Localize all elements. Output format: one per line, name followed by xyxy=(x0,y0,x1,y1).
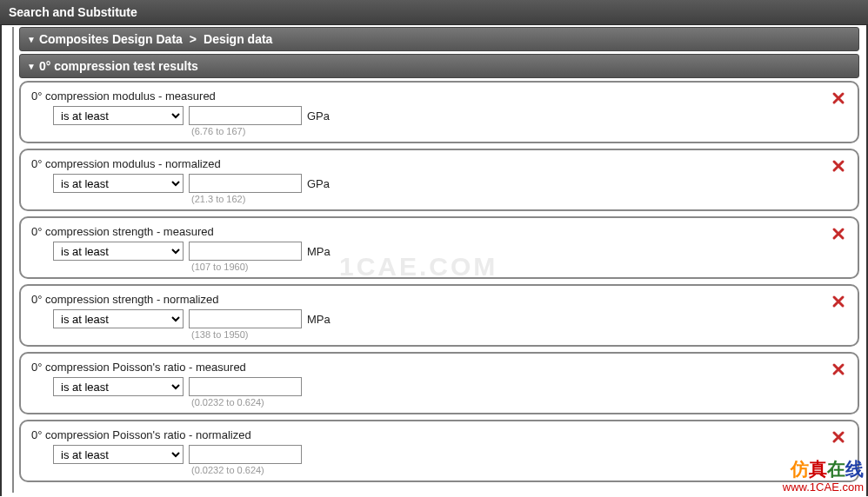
criterion-controls: is at least GPa xyxy=(31,174,847,193)
remove-button[interactable] xyxy=(831,227,845,241)
inner-wrap: ▼ Composites Design Data > Design data ▼… xyxy=(12,27,859,493)
range-hint: (0.0232 to 0.624) xyxy=(31,397,847,408)
criterion-row: 0° compression strength - normalized is … xyxy=(19,284,859,347)
window-title-bar: Search and Substitute xyxy=(0,0,868,25)
collapse-icon: ▼ xyxy=(27,62,36,71)
value-input[interactable] xyxy=(189,377,302,396)
criterion-label: 0° compression strength - normalized xyxy=(31,293,847,306)
breadcrumb-header[interactable]: ▼ Composites Design Data > Design data xyxy=(19,27,859,51)
range-hint: (138 to 1950) xyxy=(31,329,847,340)
range-hint: (0.0232 to 0.624) xyxy=(31,465,847,475)
credit-url: www.1CAE.com xyxy=(783,480,864,494)
operator-select[interactable]: is at least xyxy=(53,309,184,328)
breadcrumb-separator: > xyxy=(186,32,200,46)
breadcrumb-part-1: Composites Design Data xyxy=(39,32,183,46)
subsection-header[interactable]: ▼ 0° compression test results xyxy=(19,54,859,78)
criterion-label: 0° compression Poisson's ratio - measure… xyxy=(31,361,847,374)
subsection-title: 0° compression test results xyxy=(39,59,198,73)
operator-select[interactable]: is at least xyxy=(53,174,184,193)
criterion-label: 0° compression strength - measured xyxy=(31,225,847,238)
range-hint: (107 to 1960) xyxy=(31,262,847,272)
operator-select[interactable]: is at least xyxy=(53,106,184,125)
criterion-row: 0° compression Poisson's ratio - normali… xyxy=(19,420,859,482)
criterion-row: 0° compression Poisson's ratio - measure… xyxy=(19,352,859,414)
value-input[interactable] xyxy=(189,309,302,328)
criteria-container: 0° compression modulus - measured is at … xyxy=(19,81,859,482)
close-icon xyxy=(831,227,845,241)
close-icon xyxy=(831,295,845,308)
remove-button[interactable] xyxy=(831,91,845,105)
operator-select[interactable]: is at least xyxy=(53,445,184,464)
range-hint: (21.3 to 162) xyxy=(31,194,847,204)
criterion-controls: is at least GPa xyxy=(31,106,847,125)
content-area: ▼ Composites Design Data > Design data ▼… xyxy=(0,25,868,496)
remove-button[interactable] xyxy=(831,159,845,173)
close-icon xyxy=(831,91,845,105)
window-title: Search and Substitute xyxy=(9,5,137,19)
close-icon xyxy=(831,159,845,173)
remove-button[interactable] xyxy=(831,430,845,444)
value-input[interactable] xyxy=(189,242,302,261)
value-input[interactable] xyxy=(189,106,302,125)
unit-label: GPa xyxy=(307,109,330,123)
criterion-row: 0° compression strength - measured is at… xyxy=(19,216,859,279)
close-icon xyxy=(831,430,845,444)
criterion-label: 0° compression modulus - measured xyxy=(31,89,847,103)
operator-select[interactable]: is at least xyxy=(53,242,184,261)
operator-select[interactable]: is at least xyxy=(53,377,184,396)
close-icon xyxy=(831,362,845,376)
criterion-row: 0° compression modulus - normalized is a… xyxy=(19,149,859,211)
unit-label: MPa xyxy=(307,313,331,326)
remove-button[interactable] xyxy=(831,295,845,308)
criterion-label: 0° compression Poisson's ratio - normali… xyxy=(31,428,847,441)
criterion-controls: is at least xyxy=(31,377,847,396)
criterion-controls: is at least MPa xyxy=(31,309,847,328)
unit-label: GPa xyxy=(307,177,330,190)
credit-cn: 仿真在线 xyxy=(783,459,864,480)
remove-button[interactable] xyxy=(831,362,845,376)
collapse-icon: ▼ xyxy=(27,35,36,44)
criterion-controls: is at least xyxy=(31,445,847,464)
breadcrumb-part-2: Design data xyxy=(204,32,272,46)
range-hint: (6.76 to 167) xyxy=(31,126,847,136)
value-input[interactable] xyxy=(189,445,302,464)
criterion-controls: is at least MPa xyxy=(31,242,847,261)
criterion-label: 0° compression modulus - normalized xyxy=(31,157,847,170)
credit: 仿真在线 www.1CAE.com xyxy=(783,459,864,494)
value-input[interactable] xyxy=(189,174,302,193)
criterion-row: 0° compression modulus - measured is at … xyxy=(19,81,859,143)
unit-label: MPa xyxy=(307,245,331,258)
